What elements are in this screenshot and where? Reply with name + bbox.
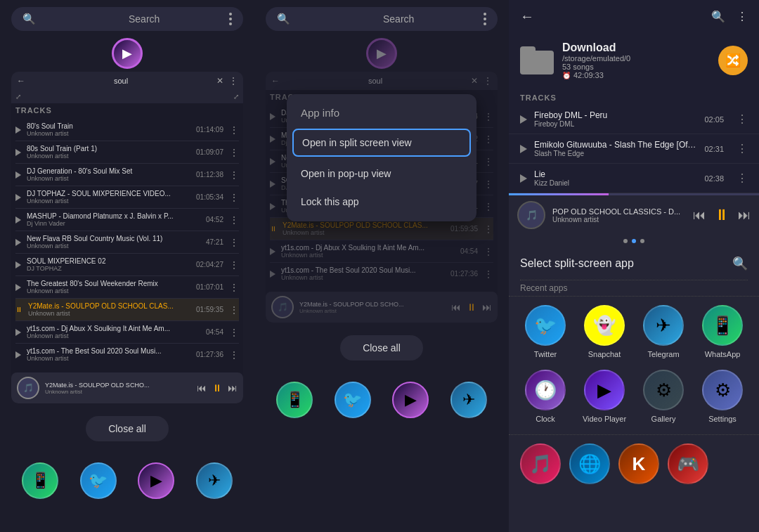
right-more-icon[interactable]: ⋮ bbox=[737, 10, 748, 23]
right-back-button[interactable]: ← bbox=[520, 8, 534, 25]
track-more[interactable]: ⋮ bbox=[229, 192, 239, 203]
track-more[interactable]: ⋮ bbox=[229, 147, 239, 158]
table-row[interactable]: DJ Generation - 80's Soul Mix Set Unknow… bbox=[15, 164, 239, 186]
middle-search-bar[interactable]: 🔍 Search bbox=[266, 7, 498, 31]
track-more[interactable]: ⋮ bbox=[229, 327, 239, 338]
track-duration: 04:54 bbox=[460, 247, 478, 255]
left-nav-back[interactable]: ← bbox=[17, 76, 25, 86]
clock-icon: ⏰ bbox=[562, 72, 571, 79]
track-info: SOUL MIXPERIENCE 02 DJ TOPHAZ bbox=[27, 257, 190, 272]
videoplayer-app-label: Video Player bbox=[583, 415, 626, 423]
mid-whatsapp-icon[interactable]: 📱 bbox=[276, 382, 313, 418]
right-pause-button[interactable]: ⏸ bbox=[714, 206, 729, 224]
lock-app-button[interactable]: Lock this app bbox=[287, 188, 476, 216]
play-icon bbox=[520, 145, 527, 153]
shuffle-button[interactable]: 🔀 bbox=[718, 46, 748, 75]
twitter-icon[interactable]: 🐦 bbox=[80, 462, 117, 499]
app-item-twitter[interactable]: 🐦 Twitter bbox=[520, 305, 571, 358]
track-name: Emikolo Gituwuuba - Slash The Edge [Offi… bbox=[534, 140, 697, 150]
track-name: yt1s.com - The Best Soul 2020 Soul Musi.… bbox=[27, 347, 190, 355]
table-row[interactable]: The Greatest 80's Soul Weekender Remix U… bbox=[15, 276, 239, 299]
recent-apps-label: Recent apps bbox=[509, 280, 759, 296]
app-item-game[interactable]: 🎮 bbox=[668, 443, 708, 484]
middle-close-all-button[interactable]: Close all bbox=[340, 335, 423, 361]
app-item-kodi[interactable]: K bbox=[618, 443, 659, 484]
track-more[interactable]: ⋮ bbox=[737, 171, 748, 185]
app-item-snapchat[interactable]: 👻 Snapchat bbox=[579, 305, 630, 358]
mid-twitter-icon[interactable]: 🐦 bbox=[335, 382, 371, 418]
musicplayer-icon[interactable]: ▶ bbox=[138, 462, 174, 499]
table-row[interactable]: Fireboy DML - Peru Fireboy DML 02:05 ⋮ bbox=[509, 105, 759, 134]
left-close-all-button[interactable]: Close all bbox=[86, 416, 169, 441]
track-info: DJ TOPHAZ - SOUL MIXPERIENCE VIDEO... Un… bbox=[27, 190, 190, 205]
app-item-whatsapp[interactable]: 📱 WhatsApp bbox=[697, 305, 748, 358]
table-row[interactable]: SOUL MIXPERIENCE 02 DJ TOPHAZ 02:04:27 ⋮ bbox=[15, 254, 239, 276]
track-more[interactable]: ⋮ bbox=[229, 282, 239, 293]
right-prev-button[interactable]: ⏮ bbox=[693, 208, 706, 223]
middle-search-text: Search bbox=[383, 13, 484, 25]
app-item-settings[interactable]: ⚙ Settings bbox=[697, 370, 748, 423]
folder-time-row: ⏰ 42:09:33 bbox=[562, 71, 710, 79]
play-icon bbox=[270, 158, 275, 165]
table-row[interactable]: 80's Soul Train Unknown artist 01:14:09 … bbox=[15, 119, 239, 141]
app-item-videoplayer[interactable]: ▶ Video Player bbox=[579, 370, 630, 423]
app-item-clock[interactable]: 🕐 Clock bbox=[520, 370, 571, 423]
mid-musicplayer-icon[interactable]: ▶ bbox=[392, 382, 429, 418]
track-info: Emikolo Gituwuuba - Slash The Edge [Offi… bbox=[534, 140, 697, 157]
split-screen-label: Open in split screen view bbox=[302, 137, 412, 148]
middle-phone-card: ▶ App info Open in split screen view Ope… bbox=[266, 38, 498, 323]
open-split-screen-button[interactable]: Open in split screen view bbox=[292, 129, 471, 157]
table-row[interactable]: Lie Kizz Daniel 02:38 ⋮ bbox=[509, 164, 759, 193]
track-more[interactable]: ⋮ bbox=[737, 112, 748, 126]
track-more[interactable]: ⋮ bbox=[229, 349, 239, 361]
left-more-menu[interactable] bbox=[229, 13, 232, 25]
track-more[interactable]: ⋮ bbox=[737, 142, 748, 155]
mid-telegram-icon[interactable]: ✈ bbox=[450, 382, 487, 418]
right-tracks-label: TRACKS bbox=[509, 88, 759, 105]
track-more[interactable]: ⋮ bbox=[229, 259, 239, 271]
table-row[interactable]: New Flava RB Soul Country Music (Vol. 11… bbox=[15, 231, 239, 254]
table-row[interactable]: 80s Soul Train (Part 1) Unknown artist 0… bbox=[15, 141, 239, 164]
left-more-icon[interactable]: ⋮ bbox=[229, 76, 238, 86]
open-popup-button[interactable]: Open in pop-up view bbox=[287, 160, 476, 188]
mid-more-icon: ⋮ bbox=[484, 76, 492, 86]
table-row[interactable]: ⏸ Y2Mate.is - SOULPOP OLD SCHOOL CLAS...… bbox=[15, 299, 239, 321]
right-search-icon[interactable]: 🔍 bbox=[711, 10, 725, 23]
whatsapp-icon[interactable]: 📱 bbox=[22, 462, 58, 499]
left-close-icon[interactable]: ✕ bbox=[216, 76, 223, 86]
telegram-icon[interactable]: ✈ bbox=[196, 462, 233, 499]
left-card-nav: ← soul ✕ ⋮ bbox=[11, 72, 243, 90]
left-search-bar[interactable]: 🔍 Search bbox=[11, 7, 243, 31]
track-more[interactable]: ⋮ bbox=[229, 237, 239, 248]
pause-button[interactable]: ⏸ bbox=[212, 382, 222, 394]
split-search-icon[interactable]: 🔍 bbox=[732, 256, 748, 271]
table-row[interactable]: yt1s.com - The Best Soul 2020 Soul Musi.… bbox=[15, 344, 239, 365]
app-item-telegram[interactable]: ✈ Telegram bbox=[638, 305, 689, 358]
table-row[interactable]: yt1s.com - Dj Abux X Soulking It Aint Me… bbox=[15, 321, 239, 344]
game-app-icon: 🎮 bbox=[668, 443, 708, 484]
right-panel: ← 🔍 ⋮ Download /storage/emulated/0 53 so… bbox=[509, 0, 759, 532]
table-row[interactable]: Emikolo Gituwuuba - Slash The Edge [Offi… bbox=[509, 134, 759, 164]
track-more: ⋮ bbox=[484, 223, 493, 235]
right-next-button[interactable]: ⏭ bbox=[738, 208, 751, 223]
prev-button[interactable]: ⏮ bbox=[197, 382, 207, 394]
track-more[interactable]: ⋮ bbox=[229, 169, 239, 181]
track-more[interactable]: ⋮ bbox=[229, 124, 239, 136]
progress-bar[interactable] bbox=[509, 193, 759, 195]
middle-more-menu[interactable] bbox=[484, 13, 486, 25]
app-item-browser[interactable]: 🌐 bbox=[569, 443, 610, 484]
player-controls: ⏮ ⏸ ⏭ bbox=[197, 382, 238, 394]
app-item-music[interactable]: 🎵 bbox=[520, 443, 561, 484]
play-icon bbox=[15, 216, 21, 223]
track-name: New Flava RB Soul Country Music (Vol. 11… bbox=[27, 235, 200, 242]
next-button[interactable]: ⏭ bbox=[228, 382, 238, 394]
mid-player-disc: 🎵 bbox=[271, 296, 294, 318]
track-more[interactable]: ⋮ bbox=[229, 304, 239, 316]
table-row[interactable]: MASHUP - Diamond Platnumz x J. Balvin x … bbox=[15, 209, 239, 231]
track-name: SOUL MIXPERIENCE 02 bbox=[27, 257, 190, 265]
right-player-title: POP OLD SCHOOL CLASSICS - D... bbox=[552, 207, 686, 216]
table-row[interactable]: DJ TOPHAZ - SOUL MIXPERIENCE VIDEO... Un… bbox=[15, 186, 239, 209]
app-item-gallery[interactable]: ⚙ Gallery bbox=[638, 370, 689, 423]
track-more[interactable]: ⋮ bbox=[229, 214, 239, 226]
mid-nav-icons: ✕ ⋮ bbox=[471, 76, 492, 86]
